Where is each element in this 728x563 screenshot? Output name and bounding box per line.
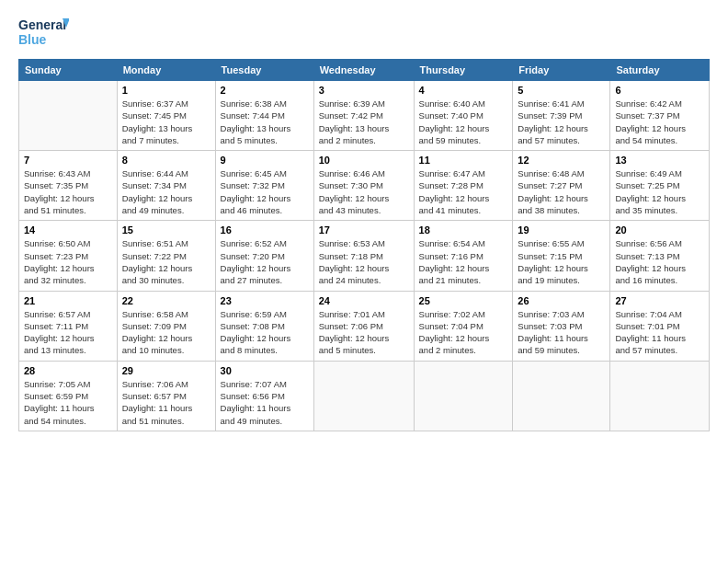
cell-daylight-info: Sunrise: 6:49 AM Sunset: 7:25 PM Dayligh… bbox=[615, 167, 704, 216]
calendar-cell: 13Sunrise: 6:49 AM Sunset: 7:25 PM Dayli… bbox=[610, 151, 710, 221]
calendar-cell: 18Sunrise: 6:54 AM Sunset: 7:16 PM Dayli… bbox=[414, 221, 513, 291]
calendar-week-row: 14Sunrise: 6:50 AM Sunset: 7:23 PM Dayli… bbox=[19, 221, 710, 291]
calendar-day-header: Thursday bbox=[414, 60, 513, 81]
page-header: General Blue bbox=[18, 15, 710, 50]
calendar-cell: 19Sunrise: 6:55 AM Sunset: 7:15 PM Dayli… bbox=[513, 221, 610, 291]
calendar-week-row: 21Sunrise: 6:57 AM Sunset: 7:11 PM Dayli… bbox=[19, 291, 710, 361]
calendar-cell bbox=[19, 81, 118, 151]
cell-daylight-info: Sunrise: 6:53 AM Sunset: 7:18 PM Dayligh… bbox=[319, 237, 409, 286]
cell-date-number: 16 bbox=[221, 224, 309, 236]
calendar-cell: 4Sunrise: 6:40 AM Sunset: 7:40 PM Daylig… bbox=[414, 81, 513, 151]
cell-daylight-info: Sunrise: 6:56 AM Sunset: 7:13 PM Dayligh… bbox=[615, 237, 704, 286]
cell-daylight-info: Sunrise: 6:46 AM Sunset: 7:30 PM Dayligh… bbox=[319, 167, 409, 216]
cell-daylight-info: Sunrise: 6:42 AM Sunset: 7:37 PM Dayligh… bbox=[615, 98, 704, 146]
calendar-cell: 16Sunrise: 6:52 AM Sunset: 7:20 PM Dayli… bbox=[215, 221, 313, 291]
cell-daylight-info: Sunrise: 6:39 AM Sunset: 7:42 PM Dayligh… bbox=[319, 98, 409, 146]
cell-date-number: 29 bbox=[122, 365, 210, 376]
cell-date-number: 18 bbox=[419, 224, 508, 236]
cell-daylight-info: Sunrise: 6:51 AM Sunset: 7:22 PM Dayligh… bbox=[122, 237, 210, 286]
cell-daylight-info: Sunrise: 6:57 AM Sunset: 7:11 PM Dayligh… bbox=[24, 308, 112, 357]
cell-daylight-info: Sunrise: 6:59 AM Sunset: 7:08 PM Dayligh… bbox=[221, 308, 309, 357]
calendar-cell: 24Sunrise: 7:01 AM Sunset: 7:06 PM Dayli… bbox=[313, 291, 414, 361]
calendar-cell bbox=[414, 361, 513, 431]
cell-date-number: 9 bbox=[221, 155, 309, 166]
calendar-cell: 23Sunrise: 6:59 AM Sunset: 7:08 PM Dayli… bbox=[215, 291, 313, 361]
calendar-cell: 3Sunrise: 6:39 AM Sunset: 7:42 PM Daylig… bbox=[313, 81, 414, 151]
cell-date-number: 23 bbox=[221, 295, 309, 306]
cell-daylight-info: Sunrise: 6:48 AM Sunset: 7:27 PM Dayligh… bbox=[518, 167, 605, 216]
logo: General Blue bbox=[18, 15, 69, 50]
cell-date-number: 19 bbox=[518, 224, 605, 236]
calendar-table: SundayMondayTuesdayWednesdayThursdayFrid… bbox=[18, 59, 710, 431]
cell-daylight-info: Sunrise: 6:40 AM Sunset: 7:40 PM Dayligh… bbox=[419, 98, 508, 146]
calendar-day-header: Tuesday bbox=[215, 60, 313, 81]
calendar-cell: 1Sunrise: 6:37 AM Sunset: 7:45 PM Daylig… bbox=[117, 81, 215, 151]
cell-date-number: 28 bbox=[24, 365, 112, 376]
cell-date-number: 8 bbox=[122, 155, 210, 166]
cell-date-number: 25 bbox=[419, 295, 508, 306]
cell-daylight-info: Sunrise: 7:03 AM Sunset: 7:03 PM Dayligh… bbox=[518, 308, 605, 357]
calendar-day-header: Wednesday bbox=[313, 60, 414, 81]
cell-date-number: 24 bbox=[319, 295, 409, 306]
svg-text:General: General bbox=[18, 17, 66, 32]
calendar-cell: 10Sunrise: 6:46 AM Sunset: 7:30 PM Dayli… bbox=[313, 151, 414, 221]
calendar-cell: 17Sunrise: 6:53 AM Sunset: 7:18 PM Dayli… bbox=[313, 221, 414, 291]
calendar-cell: 14Sunrise: 6:50 AM Sunset: 7:23 PM Dayli… bbox=[19, 221, 118, 291]
cell-daylight-info: Sunrise: 7:06 AM Sunset: 6:57 PM Dayligh… bbox=[122, 378, 210, 427]
logo-svg: General Blue bbox=[18, 15, 69, 50]
calendar-cell: 8Sunrise: 6:44 AM Sunset: 7:34 PM Daylig… bbox=[117, 151, 215, 221]
cell-date-number: 17 bbox=[319, 224, 409, 236]
calendar-body: 1Sunrise: 6:37 AM Sunset: 7:45 PM Daylig… bbox=[19, 81, 710, 431]
calendar-week-row: 28Sunrise: 7:05 AM Sunset: 6:59 PM Dayli… bbox=[19, 361, 710, 431]
cell-date-number: 1 bbox=[122, 85, 210, 96]
calendar-cell: 22Sunrise: 6:58 AM Sunset: 7:09 PM Dayli… bbox=[117, 291, 215, 361]
calendar-day-header: Friday bbox=[513, 60, 610, 81]
calendar-cell: 15Sunrise: 6:51 AM Sunset: 7:22 PM Dayli… bbox=[117, 221, 215, 291]
cell-date-number: 22 bbox=[122, 295, 210, 306]
calendar-header-row: SundayMondayTuesdayWednesdayThursdayFrid… bbox=[19, 60, 710, 81]
cell-daylight-info: Sunrise: 7:01 AM Sunset: 7:06 PM Dayligh… bbox=[319, 308, 409, 357]
cell-daylight-info: Sunrise: 6:37 AM Sunset: 7:45 PM Dayligh… bbox=[122, 98, 210, 146]
calendar-cell: 11Sunrise: 6:47 AM Sunset: 7:28 PM Dayli… bbox=[414, 151, 513, 221]
calendar-day-header: Monday bbox=[117, 60, 215, 81]
cell-date-number: 10 bbox=[319, 155, 409, 166]
cell-date-number: 4 bbox=[419, 85, 508, 96]
calendar-cell bbox=[610, 361, 710, 431]
calendar-week-row: 1Sunrise: 6:37 AM Sunset: 7:45 PM Daylig… bbox=[19, 81, 710, 151]
cell-date-number: 6 bbox=[615, 85, 704, 96]
cell-date-number: 15 bbox=[122, 224, 210, 236]
calendar-cell: 29Sunrise: 7:06 AM Sunset: 6:57 PM Dayli… bbox=[117, 361, 215, 431]
cell-date-number: 30 bbox=[221, 365, 309, 376]
cell-daylight-info: Sunrise: 7:02 AM Sunset: 7:04 PM Dayligh… bbox=[419, 308, 508, 357]
cell-date-number: 14 bbox=[24, 224, 112, 236]
calendar-week-row: 7Sunrise: 6:43 AM Sunset: 7:35 PM Daylig… bbox=[19, 151, 710, 221]
calendar-day-header: Sunday bbox=[19, 60, 118, 81]
cell-daylight-info: Sunrise: 7:07 AM Sunset: 6:56 PM Dayligh… bbox=[221, 378, 309, 427]
cell-daylight-info: Sunrise: 6:38 AM Sunset: 7:44 PM Dayligh… bbox=[221, 98, 309, 146]
calendar-cell: 9Sunrise: 6:45 AM Sunset: 7:32 PM Daylig… bbox=[215, 151, 313, 221]
calendar-cell: 20Sunrise: 6:56 AM Sunset: 7:13 PM Dayli… bbox=[610, 221, 710, 291]
cell-date-number: 2 bbox=[221, 85, 309, 96]
cell-date-number: 26 bbox=[518, 295, 605, 306]
cell-daylight-info: Sunrise: 6:45 AM Sunset: 7:32 PM Dayligh… bbox=[221, 167, 309, 216]
cell-date-number: 7 bbox=[24, 155, 112, 166]
cell-daylight-info: Sunrise: 6:47 AM Sunset: 7:28 PM Dayligh… bbox=[419, 167, 508, 216]
calendar-cell: 26Sunrise: 7:03 AM Sunset: 7:03 PM Dayli… bbox=[513, 291, 610, 361]
cell-daylight-info: Sunrise: 7:05 AM Sunset: 6:59 PM Dayligh… bbox=[24, 378, 112, 427]
cell-date-number: 12 bbox=[518, 155, 605, 166]
cell-daylight-info: Sunrise: 6:58 AM Sunset: 7:09 PM Dayligh… bbox=[122, 308, 210, 357]
calendar-cell: 21Sunrise: 6:57 AM Sunset: 7:11 PM Dayli… bbox=[19, 291, 118, 361]
calendar-cell: 12Sunrise: 6:48 AM Sunset: 7:27 PM Dayli… bbox=[513, 151, 610, 221]
calendar-cell: 7Sunrise: 6:43 AM Sunset: 7:35 PM Daylig… bbox=[19, 151, 118, 221]
cell-date-number: 21 bbox=[24, 295, 112, 306]
calendar-cell bbox=[513, 361, 610, 431]
cell-daylight-info: Sunrise: 6:54 AM Sunset: 7:16 PM Dayligh… bbox=[419, 237, 508, 286]
cell-daylight-info: Sunrise: 6:41 AM Sunset: 7:39 PM Dayligh… bbox=[518, 98, 605, 146]
cell-date-number: 27 bbox=[615, 295, 704, 306]
calendar-cell: 2Sunrise: 6:38 AM Sunset: 7:44 PM Daylig… bbox=[215, 81, 313, 151]
cell-daylight-info: Sunrise: 6:50 AM Sunset: 7:23 PM Dayligh… bbox=[24, 237, 112, 286]
svg-text:Blue: Blue bbox=[18, 32, 47, 47]
cell-date-number: 13 bbox=[615, 155, 704, 166]
cell-date-number: 3 bbox=[319, 85, 409, 96]
calendar-cell bbox=[313, 361, 414, 431]
